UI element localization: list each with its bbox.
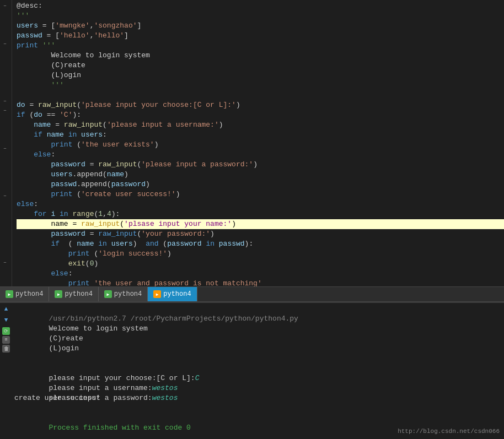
tab-label-3: python4 <box>114 290 142 298</box>
tab-2[interactable]: ▶ python4 <box>49 287 98 301</box>
code-content: @desc: ''' users = ['mwngke','songzhao']… <box>12 0 504 286</box>
terminal-icon-3[interactable]: 🗑 <box>2 345 10 353</box>
code-line-1: @desc: <box>17 1 504 11</box>
tab-label-4: python4 <box>163 290 191 298</box>
gutter-empty-3 <box>2 20 8 30</box>
code-line-23: name = raw_input('plsase input your name… <box>17 219 504 229</box>
gutter-empty-4 <box>2 30 8 39</box>
code-line-15: print ('the user exists') <box>17 140 504 150</box>
gutter-marker-5: – <box>2 39 8 48</box>
code-line-20: print ('create user success!') <box>17 189 504 199</box>
gutter-marker-28: – <box>2 258 8 267</box>
tab-icon-1: ▶ <box>6 290 13 298</box>
gutter-empty-8 <box>2 68 8 77</box>
tab-3[interactable]: ▶ python4 <box>99 287 148 301</box>
tab-label-1: python4 <box>15 290 43 298</box>
terminal-icon-2[interactable]: ≡ <box>2 336 10 344</box>
terminal-icon-1[interactable]: ⟳ <box>2 327 10 335</box>
gutter-empty-15 <box>2 134 8 144</box>
gutter-empty-19 <box>2 172 8 182</box>
code-line-8: (L)ogin <box>17 71 504 80</box>
terminal-create: (C)reate <box>14 334 502 344</box>
code-line-24: password = raw_input('your password:') <box>17 229 504 239</box>
code-line-2: ''' <box>17 11 504 21</box>
editor-area: – – – – – – – <box>0 0 504 286</box>
code-line-22: for i in range(1,4): <box>17 209 504 219</box>
gutter-empty-22 <box>2 201 8 210</box>
gutter-empty-27 <box>2 248 8 258</box>
terminal-blank-3 <box>14 403 502 413</box>
code-line-16: else: <box>17 150 504 160</box>
code-line-28: else: <box>17 269 504 279</box>
tab-icon-3: ▶ <box>104 290 112 298</box>
gutter-empty-14 <box>2 124 8 134</box>
code-line-11: do = raw_input('please input your choose… <box>17 100 504 110</box>
gutter-empty-25 <box>2 229 8 239</box>
gutter-empty-23 <box>2 210 8 220</box>
code-line-3: users = ['mwngke','songzhao'] <box>17 21 504 31</box>
gutter-marker-11: – <box>2 96 8 106</box>
code-line-6: Welcome to login system <box>17 51 504 61</box>
tab-bar: ▶ python4 ▶ python4 ▶ python4 ▶ python4 <box>0 286 504 302</box>
code-line-7: (C)reate <box>17 61 504 71</box>
code-line-25: if ( name in users) and (password in pas… <box>17 239 504 249</box>
terminal-success: create user success! <box>14 393 502 403</box>
gutter-empty-30 <box>2 277 8 286</box>
gutter-empty-29 <box>2 267 8 277</box>
gutter-empty-2 <box>2 10 8 20</box>
gutter-marker-1: – <box>2 1 8 10</box>
gutter-marker-12: – <box>2 106 8 115</box>
code-line-13: name = raw_input('please input a usernam… <box>17 120 504 130</box>
code-line-4: passwd = ['hello','hello'] <box>17 31 504 41</box>
terminal-path-line: /usr/bin/python2.7 /root/PycharmProjects… <box>14 304 502 314</box>
tab-label-2: python4 <box>65 290 92 298</box>
terminal-gutter: ▲ ▼ ⟳ ≡ 🗑 <box>0 303 12 439</box>
code-line-9: ''' <box>17 80 504 90</box>
code-line-12: if (do == 'C'): <box>17 110 504 120</box>
gutter-marker-21: – <box>2 191 8 200</box>
gutter-empty-6 <box>2 48 8 58</box>
terminal-blank-2 <box>14 354 502 364</box>
watermark: http://blog.csdn.net/csdn066 <box>398 428 500 435</box>
gutter-marker-16: – <box>2 144 8 153</box>
gutter-empty-7 <box>2 58 8 68</box>
gutter-empty-13 <box>2 115 8 124</box>
code-line-10 <box>17 90 504 100</box>
terminal-up-arrow[interactable]: ▲ <box>4 304 8 314</box>
terminal-prompt-choose: please input your choose:[C or L]:C <box>14 364 502 373</box>
tab-icon-4: ▶ <box>153 290 161 298</box>
code-line-27: exit(0) <box>17 259 504 269</box>
code-line-19: passwd.append(password) <box>17 180 504 189</box>
code-line-18: users.append(name) <box>17 170 504 180</box>
code-line-5: print ''' <box>17 41 504 51</box>
tab-icon-2: ▶ <box>55 290 62 298</box>
terminal-output: /usr/bin/python2.7 /root/PycharmProjects… <box>12 303 504 439</box>
code-line-29: print 'the user and password is not matc… <box>17 279 504 286</box>
terminal-login: (L)ogin <box>14 344 502 354</box>
terminal-welcome: Welcome to login system <box>14 324 502 334</box>
gutter-empty-9 <box>2 77 8 86</box>
gutter-empty-18 <box>2 163 8 172</box>
terminal-down-arrow[interactable]: ▼ <box>4 315 8 325</box>
tab-1[interactable]: ▶ python4 <box>0 287 49 301</box>
gutter-empty-24 <box>2 220 8 229</box>
gutter-empty-26 <box>2 239 8 248</box>
terminal-process-line: Process finished with exit code 0 <box>14 413 502 423</box>
line-gutter: – – – – – – – <box>0 0 12 286</box>
gutter-empty-17 <box>2 153 8 162</box>
code-line-14: if name in users: <box>17 130 504 140</box>
gutter-empty-10 <box>2 86 8 96</box>
terminal-area: ▲ ▼ ⟳ ≡ 🗑 /usr/bin/python2.7 /root/Pycha… <box>0 302 504 439</box>
code-line-26: print ('login success!') <box>17 249 504 259</box>
gutter-empty-20 <box>2 182 8 191</box>
code-line-21: else: <box>17 199 504 209</box>
code-line-17: password = raw_input('please input a pas… <box>17 160 504 170</box>
tab-4[interactable]: ▶ python4 <box>148 287 197 301</box>
